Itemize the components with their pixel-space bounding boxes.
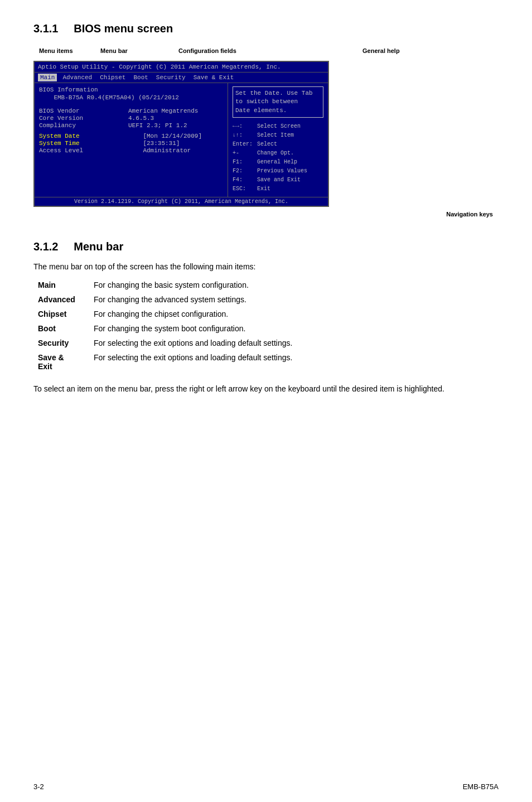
bios-info-header: BIOS Information [39, 86, 223, 93]
bios-menu-advanced[interactable]: Advanced [60, 74, 94, 81]
nav-keys-label: Navigation keys [446, 211, 493, 218]
bios-value-systime: [23:35:31] [128, 140, 180, 147]
menu-row-main: Main For changing the basic system confi… [33, 278, 499, 292]
bios-nav-keys: ←→: Select Screen ↓↑: Select Item Enter:… [233, 122, 323, 194]
bios-menu-save-exit[interactable]: Save & Exit [191, 74, 236, 81]
bios-menu-boot[interactable]: Boot [131, 74, 150, 81]
nav-key-f2: F2: [233, 167, 255, 176]
bios-title-bar: Aptio Setup Utility - Copyright (C) 2011… [35, 62, 328, 73]
menu-name-advanced: Advanced [33, 292, 89, 307]
bios-value-vendor: American Megatrends [128, 108, 198, 114]
bios-diagram: Menu items Menu bar Configuration fields… [33, 44, 499, 218]
label-menu-items: Menu items [39, 47, 73, 54]
bios-row-vendor: BIOS Vendor American Megatrends [39, 108, 223, 114]
nav-key-enter: Enter: [233, 140, 255, 149]
bios-main-panel: BIOS Information EMB-B75A R0.4(EM75A04) … [35, 83, 228, 197]
nav-key-esc: ESC: [233, 185, 255, 194]
bios-value-core: 4.6.5.3 [128, 115, 154, 122]
menu-name-chipset: Chipset [33, 307, 89, 321]
nav-key-pm: +- [233, 149, 255, 158]
bios-menu-chipset[interactable]: Chipset [98, 74, 128, 81]
nav-row-ud: ↓↑: Select Item [233, 131, 323, 140]
bios-menu-security[interactable]: Security [154, 74, 188, 81]
menu-items-table: Main For changing the basic system confi… [33, 278, 499, 374]
bios-content: BIOS Information EMB-B75A R0.4(EM75A04) … [35, 83, 328, 197]
footer-product: EMB-B75A [463, 782, 499, 791]
bios-value-sysdate: [Mon 12/14/2009] [128, 133, 202, 139]
bios-fields-table: BIOS Vendor American Megatrends Core Ver… [39, 108, 223, 154]
bios-label-access: Access Level [39, 147, 128, 154]
menu-desc-boot: For changing the system boot configurati… [89, 321, 499, 336]
bios-label-systime: System Time [39, 140, 128, 147]
section-311-number: 3.1.1 [33, 22, 58, 35]
nav-row-lr: ←→: Select Screen [233, 122, 323, 131]
section-312: 3.1.2 Menu bar The menu bar on top of th… [33, 240, 499, 395]
menu-row-advanced: Advanced For changing the advanced syste… [33, 292, 499, 307]
nav-key-ud: ↓↑: [233, 131, 255, 140]
menu-name-save-exit: Save &Exit [33, 350, 89, 374]
nav-keys-label-wrapper: Navigation keys [33, 209, 493, 218]
menu-row-chipset: Chipset For changing the chipset configu… [33, 307, 499, 321]
bios-menu-main[interactable]: Main [38, 74, 57, 81]
nav-desc-esc: Exit [257, 185, 270, 194]
bios-value-compliancy: UEFI 2.3; PI 1.2 [128, 122, 187, 129]
section-312-number: 3.1.2 [33, 240, 58, 253]
menu-row-boot: Boot For changing the system boot config… [33, 321, 499, 336]
nav-desc-f4: Save and Exit [257, 176, 301, 185]
bios-screen: Aptio Setup Utility - Copyright (C) 2011… [33, 61, 329, 207]
bios-row-core: Core Version 4.6.5.3 [39, 115, 223, 122]
menu-row-save-exit: Save &Exit For selecting the exit option… [33, 350, 499, 374]
nav-row-pm: +- Change Opt. [233, 149, 323, 158]
nav-desc-pm: Change Opt. [257, 149, 294, 158]
bios-label-core: Core Version [39, 115, 128, 122]
nav-desc-enter: Select [257, 140, 277, 149]
menu-bar-description: The menu bar on top of the screen has th… [33, 262, 499, 271]
bios-value-access: Administrator [128, 147, 191, 154]
menu-row-security: Security For selecting the exit options … [33, 336, 499, 350]
menu-desc-save-exit: For selecting the exit options and loadi… [89, 350, 499, 374]
section-311-title: BIOS menu screen [74, 22, 173, 35]
menu-desc-chipset: For changing the chipset configuration. [89, 307, 499, 321]
nav-row-esc: ESC: Exit [233, 185, 323, 194]
nav-row-f4: F4: Save and Exit [233, 176, 323, 185]
bios-row-compliancy: Compliancy UEFI 2.3; PI 1.2 [39, 122, 223, 129]
nav-row-f2: F2: Previous Values [233, 167, 323, 176]
bios-help-textbox: Set the Date. Use Tab to switch between … [233, 86, 323, 118]
bios-footer: Version 2.14.1219. Copyright (C) 2011, A… [35, 197, 328, 206]
section-311-heading: 3.1.1 BIOS menu screen [33, 22, 499, 35]
bios-screen-wrapper: Aptio Setup Utility - Copyright (C) 2011… [33, 61, 499, 207]
nav-desc-f2: Previous Values [257, 167, 307, 176]
nav-desc-ud: Select Item [257, 131, 294, 140]
bios-label-vendor: BIOS Vendor [39, 108, 128, 114]
label-menu-bar: Menu bar [100, 47, 128, 54]
bios-help-panel: Set the Date. Use Tab to switch between … [228, 83, 328, 197]
nav-desc-lr: Select Screen [257, 122, 301, 131]
menu-name-boot: Boot [33, 321, 89, 336]
bios-row-systime: System Time [23:35:31] [39, 140, 223, 147]
bios-footer-text: Version 2.14.1219. Copyright (C) 2011, A… [74, 199, 288, 205]
nav-key-lr: ←→: [233, 122, 255, 131]
bios-row-sysdate: System Date [Mon 12/14/2009] [39, 133, 223, 139]
nav-desc-f1: General Help [257, 158, 297, 167]
bios-title-text: Aptio Setup Utility - Copyright (C) 2011… [38, 64, 281, 70]
bios-label-compliancy: Compliancy [39, 122, 128, 129]
menu-name-main: Main [33, 278, 89, 292]
menu-desc-security: For selecting the exit options and loadi… [89, 336, 499, 350]
label-config-fields: Configuration fields [178, 47, 236, 54]
bios-info-version: EMB-B75A R0.4(EM75A04) (05/21/2012 [39, 94, 223, 101]
menu-desc-main: For changing the basic system configurat… [89, 278, 499, 292]
nav-row-f1: F1: General Help [233, 158, 323, 167]
page-footer: 3-2 EMB-B75A [0, 782, 532, 791]
nav-row-enter: Enter: Select [233, 140, 323, 149]
nav-key-f4: F4: [233, 176, 255, 185]
bios-row-access: Access Level Administrator [39, 147, 223, 154]
nav-key-f1: F1: [233, 158, 255, 167]
section-312-title: Menu bar [74, 240, 123, 253]
section-312-heading: 3.1.2 Menu bar [33, 240, 499, 253]
menu-desc-advanced: For changing the advanced system setting… [89, 292, 499, 307]
bios-label-sysdate: System Date [39, 133, 128, 139]
menu-name-security: Security [33, 336, 89, 350]
closing-text: To select an item on the menu bar, press… [33, 383, 499, 395]
label-general-help: General help [362, 47, 400, 54]
bios-menu-bar: Main Advanced Chipset Boot Security Save… [35, 73, 328, 83]
